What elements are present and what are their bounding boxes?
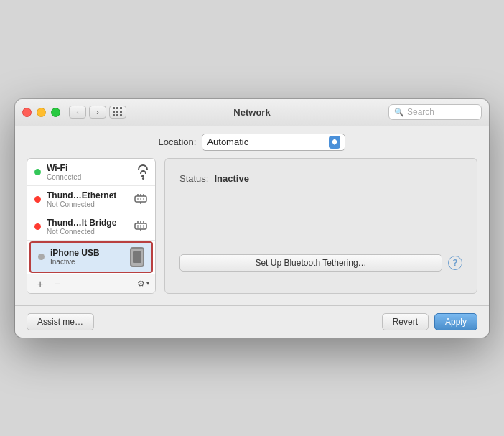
network-status-wifi: Connected	[47, 173, 135, 181]
remove-network-button[interactable]: −	[50, 277, 65, 290]
main-content: Wi-Fi Connected Thund…Ethernet	[15, 158, 489, 305]
network-info-iphone: iPhone USB Inactive	[50, 248, 127, 266]
network-name-wifi: Wi-Fi	[47, 163, 135, 173]
chevron-down-icon: ▾	[146, 280, 149, 287]
network-status-thunderbolt2: Not Connected	[47, 228, 131, 236]
iphone-screen	[133, 251, 141, 263]
search-box[interactable]: 🔍 Search	[388, 104, 482, 120]
sidebar-item-wifi[interactable]: Wi-Fi Connected	[27, 159, 155, 186]
assist-me-button[interactable]: Assist me…	[27, 313, 94, 330]
search-icon: 🔍	[394, 108, 404, 117]
grid-button[interactable]	[109, 106, 126, 119]
window-title: Network	[233, 107, 270, 118]
location-arrows-icon	[329, 136, 340, 149]
back-icon: ‹	[76, 108, 79, 116]
help-button[interactable]: ?	[448, 256, 462, 270]
bluetooth-tethering-button[interactable]: Set Up Bluetooth Tethering…	[179, 254, 442, 272]
status-dot-wifi	[34, 169, 41, 175]
forward-button[interactable]: ›	[89, 106, 106, 119]
sidebar-item-thunderbolt2[interactable]: Thund…lt Bridge Not Connected	[27, 213, 155, 241]
network-status-iphone: Inactive	[50, 258, 127, 266]
sidebar-toolbar: + − ⚙ ▾	[27, 274, 155, 293]
apply-button[interactable]: Apply	[434, 313, 477, 330]
network-name-thunderbolt1: Thund…Ethernet	[47, 190, 131, 200]
maximize-button[interactable]	[51, 108, 60, 117]
status-dot-thunderbolt1	[34, 196, 41, 203]
titlebar: ‹ › Network 🔍 Search	[15, 99, 489, 126]
revert-button[interactable]: Revert	[382, 313, 429, 330]
nav-buttons: ‹ ›	[69, 106, 106, 119]
status-label: Status:	[179, 173, 208, 184]
forward-icon: ›	[96, 108, 99, 116]
close-button[interactable]	[22, 108, 32, 117]
grid-icon	[113, 107, 123, 117]
panel-spacer	[179, 195, 462, 254]
main-window: ‹ › Network 🔍 Search Location: Automatic	[15, 99, 489, 338]
back-button[interactable]: ‹	[69, 106, 86, 119]
status-value: Inactive	[214, 173, 248, 184]
add-network-button[interactable]: +	[33, 277, 47, 290]
location-select[interactable]: Automatic	[202, 134, 345, 151]
window-controls	[22, 108, 60, 117]
location-bar: Location: Automatic	[15, 126, 489, 158]
right-panel: Status: Inactive Set Up Bluetooth Tether…	[164, 158, 477, 294]
bluetooth-row: Set Up Bluetooth Tethering… ?	[179, 254, 462, 272]
location-value: Automatic	[207, 136, 326, 147]
sidebar-item-iphone-usb[interactable]: iPhone USB Inactive	[29, 241, 153, 273]
location-label: Location:	[159, 136, 197, 147]
status-row: Status: Inactive	[179, 173, 462, 184]
minimize-button[interactable]	[37, 108, 46, 117]
action-bar: Assist me… Revert Apply	[15, 305, 489, 338]
status-dot-thunderbolt2	[34, 223, 41, 230]
gear-button[interactable]: ⚙ ▾	[137, 279, 149, 289]
network-status-thunderbolt1: Not Connected	[47, 200, 131, 208]
wifi-icon	[138, 164, 148, 180]
gear-icon: ⚙	[137, 279, 145, 289]
network-name-iphone: iPhone USB	[50, 248, 127, 258]
network-list: Wi-Fi Connected Thund…Ethernet	[27, 159, 155, 274]
sidebar: Wi-Fi Connected Thund…Ethernet	[27, 158, 156, 294]
network-info-wifi: Wi-Fi Connected	[47, 163, 135, 181]
iphone-icon	[130, 247, 144, 267]
network-info-thunderbolt1: Thund…Ethernet Not Connected	[47, 190, 131, 208]
search-placeholder: Search	[407, 107, 434, 117]
ethernet-icon-2	[134, 221, 148, 232]
network-info-thunderbolt2: Thund…lt Bridge Not Connected	[47, 218, 131, 236]
sidebar-item-thunderbolt1[interactable]: Thund…Ethernet Not Connected	[27, 186, 155, 213]
ethernet-icon-1	[134, 193, 148, 205]
status-dot-iphone	[38, 254, 45, 260]
network-name-thunderbolt2: Thund…lt Bridge	[47, 218, 131, 228]
